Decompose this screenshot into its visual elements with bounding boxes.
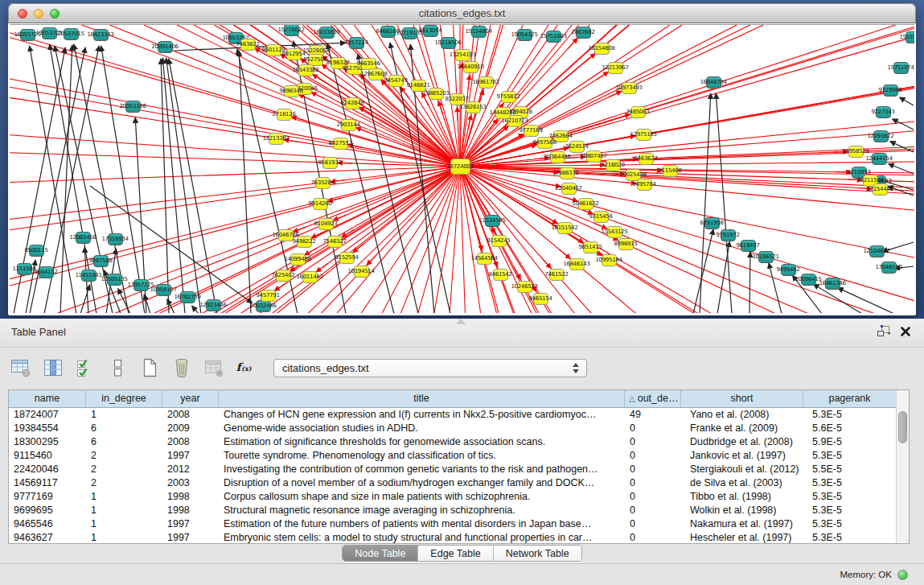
graph-node[interactable]: 16055725 [20, 29, 35, 41]
graph-node[interactable]: 10958107 [156, 284, 171, 296]
table-cell[interactable]: 1997 [162, 449, 219, 463]
graph-node[interactable]: 16543382 [298, 64, 314, 76]
graph-node[interactable]: 16011442 [302, 271, 318, 283]
graph-node[interactable]: 12923446 [206, 299, 221, 311]
graph-node[interactable]: 9498222 [297, 236, 312, 248]
graph-node[interactable]: 12444154 [872, 153, 887, 165]
column-header-in_degree[interactable]: in_degree [86, 390, 162, 407]
graph-node[interactable]: 16961783 [478, 76, 494, 89]
network-graph-canvas[interactable]: 1605572519053325205370151842334320891406… [10, 24, 914, 313]
graph-node[interactable]: 11543125 [607, 226, 622, 238]
table-cell[interactable]: 9699695 [9, 504, 86, 517]
graph-node[interactable]: 15885203 [429, 88, 444, 100]
tab-edge-table[interactable]: Edge Table [418, 546, 493, 561]
table-cell[interactable]: 1 [86, 517, 162, 531]
graph-node[interactable]: 12213383 [269, 133, 284, 145]
table-cell[interactable]: Dudbridge et al. (2008) [681, 435, 803, 449]
table-cell[interactable]: 2 [86, 476, 162, 490]
graph-node[interactable]: 9115460 [663, 165, 678, 177]
graph-node[interactable]: 7635284 [315, 177, 331, 189]
graph-node[interactable]: 12093822 [873, 130, 889, 142]
column-header-title[interactable]: title [219, 390, 625, 407]
graph-node[interactable]: 12154441 [873, 183, 888, 196]
graph-node[interactable]: 19054325 [517, 29, 532, 41]
tab-node-table[interactable]: Node Table [343, 546, 418, 561]
table-cell[interactable]: Genome-wide association studies in ADHD. [219, 422, 625, 435]
table-cell[interactable]: 0 [625, 435, 681, 449]
row-height-icon[interactable] [106, 357, 128, 379]
graph-node[interactable]: 16461346 [825, 278, 840, 290]
table-settings-icon[interactable] [10, 357, 31, 379]
window-titlebar[interactable]: citations_edges.txt [8, 3, 916, 23]
table-cell[interactable]: Embryonic stem cells: a model to study s… [219, 531, 625, 543]
table-cell[interactable]: Franke et al. (2009) [681, 422, 803, 435]
graph-node[interactable]: 17957225 [133, 279, 149, 291]
graph-node[interactable]: 6497568 [537, 137, 552, 149]
column-header-name[interactable]: name [9, 390, 86, 407]
graph-node[interactable]: 10719135 [402, 27, 417, 39]
table-cell[interactable]: Wolkin et al. (1998) [681, 504, 803, 517]
table-cell[interactable]: 5.6E-5 [803, 422, 896, 435]
graph-node[interactable]: 9791972 [721, 229, 736, 241]
table-cell[interactable]: 19384554 [9, 422, 86, 435]
panel-splitter-handle[interactable] [456, 319, 466, 324]
table-cell[interactable]: 9777169 [9, 490, 86, 504]
table-cell[interactable]: Estimation of significance thresholds fo… [219, 435, 625, 449]
graph-node[interactable]: 10995184 [602, 254, 617, 266]
graph-node[interactable]: 17046513 [881, 262, 897, 274]
graph-node[interactable]: 9097588 [93, 255, 109, 267]
graph-node[interactable]: 10196521 [758, 251, 774, 263]
table-cell[interactable]: 0 [625, 476, 681, 490]
table-cell[interactable]: Corpus callosum shape and size in male p… [219, 490, 625, 504]
table-cell[interactable]: 1997 [162, 517, 219, 531]
table-row[interactable]: 1872400712008Changes of HCN gene express… [9, 408, 896, 422]
table-cell[interactable]: 5.3E-5 [803, 517, 896, 531]
graph-node[interactable]: 7461522 [549, 269, 565, 281]
graph-node[interactable]: 2967608 [368, 68, 384, 80]
table-cell[interactable]: 18724007 [9, 408, 86, 422]
table-cell[interactable]: Jankovic et al. (1997) [681, 449, 803, 463]
graph-node[interactable]: 22040467 [561, 183, 577, 195]
graph-node[interactable]: 14099489 [290, 253, 306, 266]
graph-node[interactable]: 16151542 [557, 222, 573, 234]
graph-node[interactable]: 9227343 [876, 106, 891, 118]
table-cell[interactable]: Disruption of a novel member of a sodium… [219, 476, 625, 490]
graph-node[interactable]: 12975185 [636, 129, 651, 141]
table-row[interactable]: 969969511998Structural magnetic resonanc… [9, 504, 896, 517]
graph-node[interactable]: 11451941 [81, 270, 97, 282]
graph-node[interactable]: 14448284 [495, 107, 511, 119]
table-cell[interactable]: 5.9E-5 [803, 435, 896, 449]
table-cell[interactable]: 2008 [162, 435, 219, 449]
graph-node[interactable]: 8461542 [493, 269, 508, 281]
graph-node[interactable]: 20364486 [550, 151, 565, 163]
scrollbar-thumb[interactable] [898, 411, 907, 443]
graph-node[interactable]: 7546327 [327, 236, 343, 248]
graph-node[interactable]: 12213967 [608, 62, 623, 74]
graph-node[interactable]: 8601128 [266, 44, 281, 56]
table-cell[interactable]: 0 [625, 504, 681, 517]
graph-node[interactable]: 11534545 [485, 215, 500, 227]
delete-table-icon[interactable] [170, 357, 192, 379]
graph-node[interactable]: 20053346 [125, 101, 141, 113]
graph-node[interactable]: 19053325 [42, 27, 57, 39]
graph-node[interactable]: 13505135 [107, 274, 122, 286]
table-cell[interactable]: Investigating the contribution of common… [219, 463, 625, 476]
graph-node[interactable]: 16640910 [463, 61, 478, 73]
graph-node[interactable]: 9896348 [284, 85, 299, 97]
graph-node[interactable]: 9755812 [501, 91, 516, 103]
float-panel-icon[interactable] [877, 325, 890, 340]
graph-node[interactable]: 8500115 [29, 245, 44, 257]
table-cell[interactable]: Nakamura et al. (1997) [681, 517, 803, 531]
table-cell[interactable]: 2008 [162, 408, 219, 422]
table-cell[interactable]: 18300295 [9, 435, 86, 449]
table-cell[interactable]: 1 [86, 490, 162, 504]
table-cell[interactable]: Structural magnetic resonance image aver… [219, 504, 625, 517]
toggle-row-selection-icon[interactable] [74, 357, 96, 379]
table-cell[interactable]: 6 [86, 422, 162, 435]
table-row[interactable]: 2242004622012Investigating the contribut… [9, 463, 896, 476]
graph-node[interactable]: 10032446 [256, 300, 271, 312]
graph-node[interactable]: 12065456 [76, 232, 91, 244]
table-cell[interactable]: 9115460 [9, 449, 86, 463]
table-vertical-scrollbar[interactable] [896, 390, 909, 543]
table-cell[interactable]: Tibbo et al. (1998) [681, 490, 803, 504]
